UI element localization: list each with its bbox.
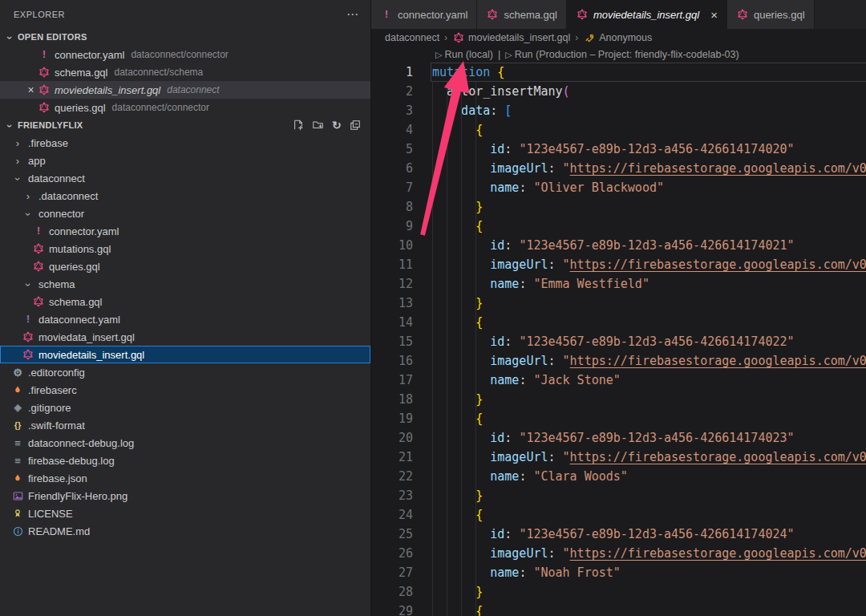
tree-file[interactable]: !dataconnect.yaml (0, 310, 370, 328)
tree-file[interactable]: moviedetails_insert.gql (0, 346, 370, 363)
more-actions-icon[interactable]: ⋯ (346, 7, 359, 22)
tree-folder[interactable]: ›.dataconnect (0, 187, 370, 205)
code-text: imageUrl: "https://firebasestorage.googl… (413, 255, 866, 274)
new-folder-icon[interactable] (312, 120, 324, 131)
line-number: 25 (371, 525, 413, 544)
open-editor-item[interactable]: ×moviedetails_insert.gqldataconnect (0, 81, 370, 99)
code-text: name: "Noah Frost" (413, 563, 621, 582)
tree-folder[interactable]: ›.firebase (0, 134, 370, 152)
tree-file[interactable]: ◈.gitignore (0, 399, 370, 416)
tree-file[interactable]: README.md (0, 522, 370, 540)
chevron-right-icon: › (11, 155, 24, 167)
editor-tab[interactable]: schema.gql (477, 0, 566, 29)
tree-file[interactable]: moviedata_insert.gql (0, 328, 370, 346)
close-icon[interactable]: × (710, 8, 718, 22)
open-editor-path: dataconnect/connector (112, 102, 209, 113)
chevron-right-icon: › (11, 137, 24, 149)
line-number: 3 (371, 101, 413, 120)
image-icon (11, 491, 24, 501)
code-line: 2 actor_insertMany( (371, 82, 866, 101)
run-production-link[interactable]: ▷ Run (Production – Project: friendly-fl… (505, 49, 739, 60)
tree-folder[interactable]: ›connector (0, 205, 370, 222)
open-editor-path: dataconnect (167, 84, 219, 95)
code-line: 20 id: "123e4567-e89b-12d3-a456-42661417… (371, 428, 866, 448)
git-icon: ◈ (11, 402, 24, 413)
breadcrumb-label: Anonymous (599, 32, 652, 43)
close-icon[interactable]: × (24, 83, 38, 96)
tab-label: connector.yaml (398, 9, 467, 21)
tree-item-label: schema (38, 278, 75, 290)
line-number: 17 (371, 371, 413, 390)
code-line: 28 } (371, 582, 866, 602)
tree-item-label: moviedata_insert.gql (38, 331, 135, 343)
project-section-header[interactable]: › FRIENDLYFLIX ↻ (0, 116, 370, 134)
editor-tab[interactable]: !connector.yaml (371, 0, 477, 29)
anonymous-symbol-icon (583, 33, 596, 43)
code-text: } (413, 294, 483, 313)
code-text: id: "123e4567-e89b-12d3-a456-42661417402… (413, 140, 795, 159)
code-text: name: "Emma Westfield" (413, 274, 650, 294)
open-editor-item[interactable]: queries.gqldataconnect/connector (0, 99, 370, 116)
open-editor-name: moviedetails_insert.gql (55, 84, 160, 96)
tree-file[interactable]: queries.gql (0, 257, 370, 275)
tree-file[interactable]: ⚙.editorconfig (0, 363, 370, 381)
tab-bar: !connector.yamlschema.gqlmoviedetails_in… (371, 0, 866, 29)
run-icon: ▷ (435, 50, 442, 60)
line-number: 18 (371, 390, 413, 409)
open-editors-header[interactable]: › OPEN EDITORS (0, 28, 370, 46)
code-line: 4 { (371, 120, 866, 140)
tree-file[interactable]: FriendlyFlix-Hero.png (0, 487, 370, 505)
open-editor-item[interactable]: !connector.yamldataconnect/connector (0, 46, 370, 63)
code-line: 7 name: "Oliver Blackwood" (371, 178, 866, 197)
run-icon: ▷ (505, 50, 512, 60)
breadcrumb-item[interactable]: Anonymous (583, 32, 652, 43)
breadcrumb-item[interactable]: moviedetails_insert.gql (452, 32, 570, 43)
tree-file[interactable]: .firebaserc (0, 381, 370, 399)
line-number: 12 (371, 274, 413, 294)
graphql-icon (32, 296, 45, 307)
tree-file[interactable]: mutations.gql (0, 240, 370, 257)
code-text: { (413, 602, 483, 616)
graphql-icon (38, 84, 51, 95)
code-lines: 1mutation {2 actor_insertMany(3 data: [4… (371, 63, 866, 616)
tree-item-label: queries.gql (49, 261, 100, 273)
tree-file[interactable]: ≡dataconnect-debug.log (0, 434, 370, 452)
yaml-warning-icon: ! (22, 314, 34, 325)
open-editors-list: !connector.yamldataconnect/connectorsche… (0, 46, 370, 116)
breadcrumb-label: dataconnect (385, 32, 439, 43)
breadcrumb-item[interactable]: dataconnect (385, 32, 439, 43)
code-line: 8 } (371, 197, 866, 217)
graphql-icon (22, 349, 34, 360)
tree-file[interactable]: firebase.json (0, 469, 370, 487)
editor-tab[interactable]: queries.gql (727, 0, 815, 29)
graphql-icon (486, 9, 499, 20)
tree-item-label: connector.yaml (49, 225, 119, 237)
line-number: 28 (371, 582, 413, 602)
code-line: 13 } (371, 294, 866, 313)
yaml-warning-icon: ! (38, 49, 51, 60)
code-editor[interactable]: 1mutation {2 actor_insertMany(3 data: [4… (371, 63, 866, 616)
code-text: name: "Clara Woods" (413, 467, 628, 486)
tree-item-label: firebase-debug.log (28, 455, 115, 467)
refresh-icon[interactable]: ↻ (332, 119, 342, 132)
tree-folder[interactable]: ›schema (0, 275, 370, 293)
open-editor-name: connector.yaml (55, 49, 124, 61)
tree-file[interactable]: LICENSE (0, 505, 370, 522)
code-line: 12 name: "Emma Westfield" (371, 274, 866, 294)
open-editors-label: OPEN EDITORS (18, 32, 87, 42)
code-text: { (413, 409, 483, 428)
open-editor-item[interactable]: schema.gqldataconnect/schema (0, 63, 370, 81)
collapse-all-icon[interactable] (350, 120, 361, 131)
tree-folder[interactable]: ›app (0, 152, 370, 169)
tree-folder[interactable]: ›dataconnect (0, 169, 370, 187)
code-text: name: "Oliver Blackwood" (413, 178, 664, 197)
tree-file[interactable]: schema.gql (0, 293, 370, 310)
file-tree: ›.firebase›app›dataconnect›.dataconnect›… (0, 134, 370, 540)
tree-file[interactable]: ≡firebase-debug.log (0, 452, 370, 469)
run-local-link[interactable]: ▷ Run (local) (435, 49, 493, 60)
tree-file[interactable]: !connector.yaml (0, 222, 370, 240)
editor-tab[interactable]: moviedetails_insert.gql× (567, 0, 727, 29)
new-file-icon[interactable] (293, 120, 304, 131)
code-text: actor_insertMany( (413, 82, 570, 101)
tree-file[interactable]: {}.swift-format (0, 416, 370, 434)
